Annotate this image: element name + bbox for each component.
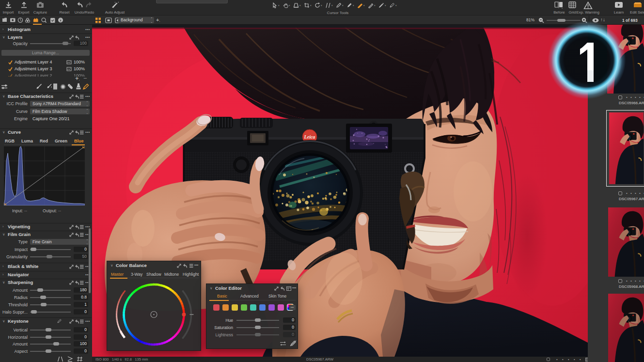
svg-text:Leica: Leica — [304, 134, 315, 140]
